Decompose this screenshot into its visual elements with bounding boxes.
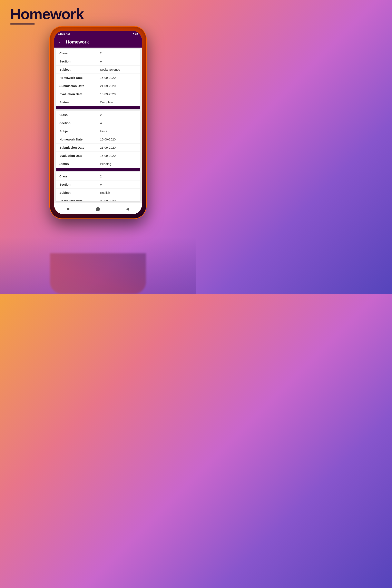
hw-table-3: Class 2 Section A Subject English Homewo… <box>56 172 140 201</box>
value-status: Complete <box>96 98 140 106</box>
download-button-1[interactable]: 📎 Download <box>98 106 140 109</box>
label-class: Class <box>56 111 96 119</box>
value-sub-date: 21-09-2020 <box>96 143 140 152</box>
label-hw-date: Homework Date <box>56 197 96 201</box>
stop-button[interactable]: ■ <box>67 206 70 211</box>
app-bar: ← Homework <box>54 36 142 48</box>
wifi-icon: ▾ <box>133 32 134 35</box>
value-subject: Hindi <box>96 127 140 135</box>
status-time: 11:16 AM <box>58 32 70 35</box>
attachment-icon: 📎 <box>108 109 113 109</box>
value-subject: Social Science <box>96 66 140 74</box>
page-title: Homework <box>10 6 84 22</box>
label-class: Class <box>56 49 96 57</box>
label-status: Status <box>56 98 96 106</box>
label-hw-date: Homework Date <box>56 135 96 143</box>
phone-screen: 11:16 AM ▪▪▪ ▾ 22 ← Homework Class 2 <box>54 30 142 214</box>
table-row: Section A <box>56 119 140 127</box>
table-row: Status Complete <box>56 98 140 106</box>
hw-table-1: Class 2 Section A Subject Social Science… <box>56 49 140 106</box>
label-subject: Subject <box>56 66 96 74</box>
phone-frame: 11:16 AM ▪▪▪ ▾ 22 ← Homework Class 2 <box>50 26 146 218</box>
download-button-2[interactable]: 📎 Download <box>98 168 140 171</box>
table-row: Subject Hindi <box>56 127 140 135</box>
table-row: Homework Date 16-09-2020 <box>56 74 140 82</box>
table-row: Submission Date 21-09-2020 <box>56 143 140 152</box>
homework-card-2: Class 2 Section A Subject Hindi Homework… <box>56 111 140 171</box>
value-class: 2 <box>96 111 140 119</box>
status-bar: 11:16 AM ▪▪▪ ▾ 22 <box>54 30 142 36</box>
value-status: Pending <box>96 160 140 168</box>
value-hw-date: 16-09-2020 <box>96 135 140 143</box>
table-row: Evaluation Date 16-09-2020 <box>56 90 140 98</box>
label-eval-date: Evaluation Date <box>56 152 96 160</box>
title-underline <box>10 24 35 24</box>
homework-card-3: Class 2 Section A Subject English Homewo… <box>56 172 140 201</box>
label-status: Status <box>56 160 96 168</box>
label-sub-date: Submission Date <box>56 82 96 90</box>
label-eval-date: Evaluation Date <box>56 90 96 98</box>
hw-table-2: Class 2 Section A Subject Hindi Homework… <box>56 111 140 168</box>
label-class: Class <box>56 172 96 180</box>
action-row-2: 👁 View 📎 Download <box>56 168 140 171</box>
table-row: Homework Date 16-09-2020 <box>56 135 140 143</box>
table-row: Subject English <box>56 189 140 197</box>
value-section: A <box>96 57 140 66</box>
value-section: A <box>96 119 140 127</box>
table-row: Class 2 <box>56 111 140 119</box>
label-subject: Subject <box>56 127 96 135</box>
value-subject: English <box>96 189 140 197</box>
value-eval-date: 16-09-2020 <box>96 152 140 160</box>
value-class: 2 <box>96 172 140 180</box>
value-sub-date: 21-09-2020 <box>96 82 140 90</box>
battery-icon: 22 <box>135 33 138 35</box>
table-row: Status Pending <box>56 160 140 168</box>
value-eval-date: 16-09-2020 <box>96 90 140 98</box>
back-button[interactable]: ← <box>58 40 63 45</box>
label-section: Section <box>56 57 96 66</box>
scroll-content: Class 2 Section A Subject Social Science… <box>54 48 142 203</box>
view-button-2[interactable]: 👁 View <box>56 168 98 171</box>
table-row: Evaluation Date 16-09-2020 <box>56 152 140 160</box>
value-hw-date: 16-09-2020 <box>96 74 140 82</box>
table-row: Section A <box>56 57 140 66</box>
status-icons: ▪▪▪ ▾ 22 <box>130 32 138 35</box>
value-class: 2 <box>96 49 140 57</box>
view-button-1[interactable]: 👁 View <box>56 106 98 109</box>
table-row: Class 2 <box>56 49 140 57</box>
back-nav-button[interactable]: ◀ <box>126 206 129 211</box>
bottom-nav: ■ ⬤ ◀ <box>54 203 142 214</box>
app-bar-title: Homework <box>66 40 89 45</box>
label-subject: Subject <box>56 189 96 197</box>
home-button[interactable]: ⬤ <box>96 206 100 211</box>
table-row: Submission Date 21-09-2020 <box>56 82 140 90</box>
value-section: A <box>96 180 140 189</box>
action-row-1: 👁 View 📎 Download <box>56 106 140 109</box>
label-hw-date: Homework Date <box>56 74 96 82</box>
table-row: Class 2 <box>56 172 140 180</box>
homework-card-1: Class 2 Section A Subject Social Science… <box>56 49 140 109</box>
label-section: Section <box>56 180 96 189</box>
phone-reflection <box>50 253 146 294</box>
table-row: Subject Social Science <box>56 66 140 74</box>
label-section: Section <box>56 119 96 127</box>
label-sub-date: Submission Date <box>56 143 96 152</box>
table-row: Homework Date 09-09-2020 <box>56 197 140 201</box>
value-hw-date: 09-09-2020 <box>96 197 140 201</box>
signal-icon: ▪▪▪ <box>130 33 132 35</box>
table-row: Section A <box>56 180 140 189</box>
attachment-icon: 📎 <box>108 171 113 171</box>
